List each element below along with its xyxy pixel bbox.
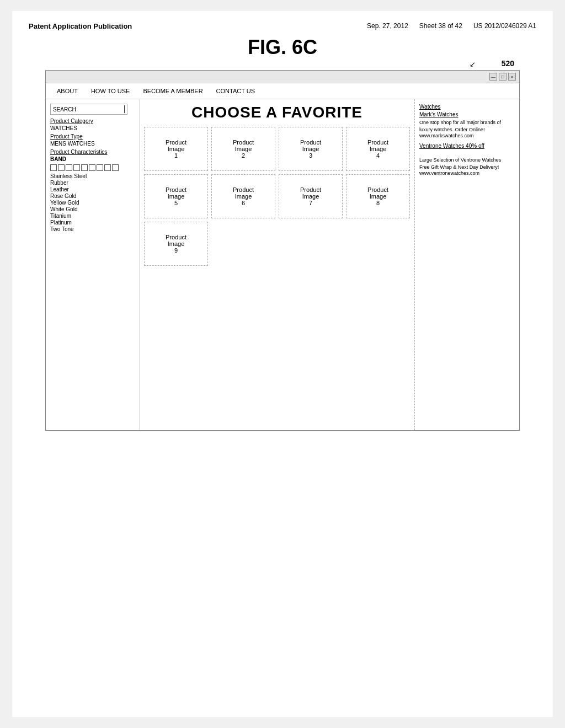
sidebar: SEARCH Product Category WATCHES Product …	[46, 99, 140, 430]
sidebar-watches[interactable]: WATCHES	[50, 125, 135, 131]
browser-window: — □ × ABOUT HOW TO USE BECOME A MEMBER C…	[45, 70, 520, 431]
ref-arrow: ↙	[470, 60, 476, 68]
site-layout: SEARCH Product Category WATCHES Product …	[46, 99, 519, 430]
patent-number: US 2012/0246029 A1	[473, 22, 536, 30]
ad-2-description: Large Selection of Ventrone WatchesFree …	[419, 157, 515, 170]
patent-title: Patent Application Publication	[29, 22, 132, 30]
main-heading: CHOOSE A FAVORITE	[144, 104, 410, 121]
band-rubber[interactable]: Rubber	[50, 180, 135, 186]
band-stainless-steel[interactable]: Stainless Steel	[50, 173, 135, 179]
product-image-5[interactable]: ProductImage5	[144, 174, 208, 218]
sheet-info: Sheet 38 of 42	[419, 22, 462, 30]
band-white-gold[interactable]: White Gold	[50, 206, 135, 212]
nav-about[interactable]: ABOUT	[50, 85, 84, 97]
sidebar-product-category[interactable]: Product Category	[50, 118, 135, 124]
patent-meta: Sep. 27, 2012 Sheet 38 of 42 US 2012/024…	[367, 22, 536, 30]
maximize-button[interactable]: □	[499, 73, 507, 81]
band-checkboxes	[50, 164, 135, 171]
product-grid: ProductImage1 ProductImage2 ProductImage…	[144, 127, 410, 266]
site-nav: ABOUT HOW TO USE BECOME A MEMBER CONTACT…	[46, 83, 519, 99]
band-checkbox-8[interactable]	[104, 164, 111, 171]
ref-number: 520	[502, 59, 514, 68]
band-checkbox-1[interactable]	[50, 164, 57, 171]
sidebar-band-label: BAND	[50, 156, 135, 162]
sidebar-product-characteristics[interactable]: Product Characteristics	[50, 149, 135, 155]
product-image-6[interactable]: ProductImage6	[211, 174, 275, 218]
search-label: SEARCH	[53, 106, 124, 113]
product-image-3[interactable]: ProductImage3	[279, 127, 343, 171]
page-wrapper: Patent Application Publication Sep. 27, …	[12, 11, 553, 717]
ad-1-url[interactable]: www.markswatches.com	[419, 133, 515, 138]
nav-contact-us[interactable]: CONTACT US	[210, 85, 262, 97]
nav-become-member[interactable]: BECOME A MEMBER	[136, 85, 209, 97]
band-titanium[interactable]: Titanium	[50, 213, 135, 219]
ad-1-subtitle[interactable]: Mark's Watches	[419, 111, 515, 117]
band-checkbox-3[interactable]	[66, 164, 72, 171]
band-checkbox-9[interactable]	[112, 164, 119, 171]
patent-date: Sep. 27, 2012	[367, 22, 408, 30]
band-checkbox-6[interactable]	[89, 164, 95, 171]
band-checkbox-5[interactable]	[81, 164, 88, 171]
product-image-8[interactable]: ProductImage8	[346, 174, 410, 218]
search-box[interactable]: SEARCH	[50, 104, 127, 115]
sidebar-product-type[interactable]: Product Type	[50, 133, 135, 140]
ad-block-2: Large Selection of Ventrone WatchesFree …	[419, 157, 515, 176]
close-button[interactable]: ×	[508, 73, 516, 81]
ad-1-promo[interactable]: Ventrone Watches 40% off	[419, 143, 515, 149]
sidebar-mens-watches[interactable]: MENS WATCHES	[50, 141, 135, 147]
band-platinum[interactable]: Platinum	[50, 220, 135, 226]
ad-2-url[interactable]: www.ventronewatches.com	[419, 170, 515, 176]
product-image-9[interactable]: ProductImage9	[144, 222, 208, 266]
fig-label: FIG. 6C	[29, 36, 536, 59]
nav-how-to-use[interactable]: HOW TO USE	[84, 85, 137, 97]
band-rose-gold[interactable]: Rose Gold	[50, 193, 135, 199]
band-yellow-gold[interactable]: Yellow Gold	[50, 200, 135, 206]
band-checkbox-7[interactable]	[97, 164, 103, 171]
minimize-button[interactable]: —	[489, 73, 497, 81]
ads-panel: Watches Mark's Watches One stop shop for…	[414, 99, 519, 430]
band-leather[interactable]: Leather	[50, 186, 135, 192]
product-image-1[interactable]: ProductImage1	[144, 127, 208, 171]
product-image-2[interactable]: ProductImage2	[211, 127, 275, 171]
main-content: CHOOSE A FAVORITE ProductImage1 ProductI…	[140, 99, 414, 430]
band-two-tone[interactable]: Two Tone	[50, 226, 135, 232]
band-checkbox-2[interactable]	[58, 164, 65, 171]
ad-1-title[interactable]: Watches	[419, 104, 515, 110]
search-input-bar	[124, 105, 125, 113]
product-image-7[interactable]: ProductImage7	[279, 174, 343, 218]
ad-block-1: Watches Mark's Watches One stop shop for…	[419, 104, 515, 149]
ad-1-description: One stop shop for all major brands of lu…	[419, 119, 515, 133]
browser-titlebar: — □ ×	[46, 71, 519, 83]
product-image-4[interactable]: ProductImage4	[346, 127, 410, 171]
band-checkbox-4[interactable]	[73, 164, 80, 171]
header-row: Patent Application Publication Sep. 27, …	[29, 22, 536, 30]
